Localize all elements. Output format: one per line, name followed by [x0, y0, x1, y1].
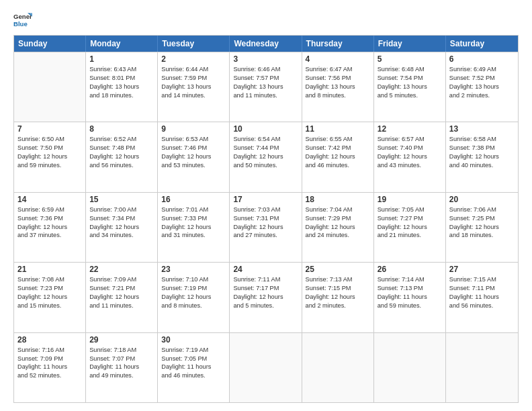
cell-line: Sunrise: 7:05 AM [378, 205, 442, 214]
day-number: 10 [233, 124, 298, 134]
calendar-cell: 19Sunrise: 7:05 AMSunset: 7:27 PMDayligh… [374, 193, 446, 262]
cell-line: Sunrise: 7:06 AM [449, 205, 515, 214]
cell-line: Daylight: 13 hours [161, 83, 226, 91]
cell-line: and 56 minutes. [89, 161, 154, 170]
day-number: 11 [306, 124, 370, 134]
cell-line: Sunset: 7:07 PM [89, 355, 154, 363]
cell-line: Sunset: 7:27 PM [378, 214, 442, 223]
calendar-cell: 24Sunrise: 7:11 AMSunset: 7:17 PMDayligh… [230, 263, 302, 332]
header: General Blue [13, 11, 519, 30]
header-cell-sunday: Sunday [14, 36, 86, 52]
day-number: 23 [161, 265, 226, 274]
cell-line: Sunset: 7:54 PM [378, 74, 442, 83]
calendar-cell: 22Sunrise: 7:09 AMSunset: 7:21 PMDayligh… [86, 263, 158, 332]
cell-line: and 43 minutes. [378, 161, 442, 170]
cell-line: Sunrise: 6:43 AM [89, 65, 154, 74]
day-number: 28 [17, 335, 82, 345]
day-number: 4 [306, 54, 370, 64]
cell-line: Daylight: 13 hours [233, 83, 298, 91]
cell-line: Sunset: 7:42 PM [306, 144, 370, 152]
day-number: 19 [378, 195, 442, 204]
day-number: 12 [378, 124, 442, 134]
cell-line: Sunrise: 6:59 AM [17, 205, 82, 214]
calendar-cell [14, 52, 86, 122]
cell-line: Daylight: 12 hours [89, 223, 154, 232]
calendar-row-4: 28Sunrise: 7:16 AMSunset: 7:09 PMDayligh… [14, 332, 518, 402]
cell-line: and 2 minutes. [449, 91, 515, 100]
cell-line: and 34 minutes. [89, 231, 154, 240]
calendar-cell: 8Sunrise: 6:52 AMSunset: 7:48 PMDaylight… [86, 122, 158, 191]
cell-line: and 5 minutes. [233, 302, 298, 310]
cell-line: Sunrise: 6:48 AM [378, 65, 442, 74]
day-number: 21 [17, 265, 82, 274]
cell-line: and 59 minutes. [17, 161, 82, 170]
calendar-cell: 7Sunrise: 6:50 AMSunset: 7:50 PMDaylight… [14, 122, 86, 191]
cell-line: Sunrise: 7:14 AM [378, 275, 442, 284]
calendar-cell: 30Sunrise: 7:19 AMSunset: 7:05 PMDayligh… [158, 333, 230, 402]
day-number: 8 [89, 124, 154, 134]
cell-line: Sunset: 7:15 PM [306, 284, 370, 293]
cell-line: Sunset: 7:31 PM [233, 214, 298, 223]
cell-line: and 15 minutes. [17, 302, 82, 310]
cell-line: Sunset: 7:34 PM [89, 214, 154, 223]
cell-line: and 5 minutes. [378, 91, 442, 100]
day-number: 5 [378, 54, 442, 64]
cell-line: Sunrise: 6:50 AM [17, 135, 82, 144]
cell-line: Sunrise: 7:18 AM [89, 346, 154, 355]
cell-line: Sunrise: 7:16 AM [17, 346, 82, 355]
calendar-cell: 6Sunrise: 6:49 AMSunset: 7:52 PMDaylight… [446, 52, 518, 122]
cell-line: Sunrise: 6:54 AM [233, 135, 298, 144]
cell-line: and 24 minutes. [306, 231, 370, 240]
day-number: 16 [161, 195, 226, 204]
cell-line: Daylight: 12 hours [378, 223, 442, 232]
cell-line: Sunrise: 6:53 AM [161, 135, 226, 144]
cell-line: Sunset: 7:56 PM [306, 74, 370, 83]
day-number: 25 [306, 265, 370, 274]
cell-line: Daylight: 11 hours [161, 363, 226, 371]
calendar-cell: 4Sunrise: 6:47 AMSunset: 7:56 PMDaylight… [302, 52, 374, 122]
cell-line: Daylight: 12 hours [306, 223, 370, 232]
svg-text:Blue: Blue [13, 20, 28, 28]
day-number: 29 [89, 335, 154, 345]
logo: General Blue [13, 11, 32, 30]
cell-line: and 21 minutes. [378, 231, 442, 240]
calendar-row-0: 1Sunrise: 6:43 AMSunset: 8:01 PMDaylight… [14, 52, 518, 122]
cell-line: Daylight: 12 hours [161, 223, 226, 232]
day-number: 22 [89, 265, 154, 274]
cell-line: Sunset: 7:17 PM [233, 284, 298, 293]
calendar-header: SundayMondayTuesdayWednesdayThursdayFrid… [14, 36, 518, 52]
cell-line: Sunrise: 7:19 AM [161, 346, 226, 355]
cell-line: and 56 minutes. [449, 302, 515, 310]
day-number: 2 [161, 54, 226, 64]
cell-line: and 18 minutes. [449, 231, 515, 240]
day-number: 14 [17, 195, 82, 204]
day-number: 30 [161, 335, 226, 345]
cell-line: Daylight: 11 hours [449, 293, 515, 302]
cell-line: and 14 minutes. [161, 91, 226, 100]
cell-line: Sunset: 7:50 PM [17, 144, 82, 152]
cell-line: and 8 minutes. [306, 91, 370, 100]
cell-line: Sunrise: 6:44 AM [161, 65, 226, 74]
cell-line: Sunset: 7:44 PM [233, 144, 298, 152]
day-number: 13 [449, 124, 515, 134]
cell-line: Daylight: 12 hours [449, 152, 515, 161]
cell-line: Sunrise: 6:57 AM [378, 135, 442, 144]
cell-line: Sunrise: 7:15 AM [449, 275, 515, 284]
calendar-cell: 16Sunrise: 7:01 AMSunset: 7:33 PMDayligh… [158, 193, 230, 262]
calendar-cell: 2Sunrise: 6:44 AMSunset: 7:59 PMDaylight… [158, 52, 230, 122]
calendar: SundayMondayTuesdayWednesdayThursdayFrid… [13, 35, 519, 403]
calendar-cell: 26Sunrise: 7:14 AMSunset: 7:13 PMDayligh… [374, 263, 446, 332]
cell-line: Daylight: 12 hours [233, 293, 298, 302]
cell-line: Daylight: 12 hours [17, 152, 82, 161]
cell-line: and 18 minutes. [89, 91, 154, 100]
cell-line: Sunrise: 6:46 AM [233, 65, 298, 74]
cell-line: Sunrise: 6:58 AM [449, 135, 515, 144]
logo-icon: General Blue [13, 11, 32, 30]
calendar-cell: 23Sunrise: 7:10 AMSunset: 7:19 PMDayligh… [158, 263, 230, 332]
cell-line: Sunset: 7:36 PM [17, 214, 82, 223]
cell-line: Sunset: 7:33 PM [161, 214, 226, 223]
calendar-cell: 17Sunrise: 7:03 AMSunset: 7:31 PMDayligh… [230, 193, 302, 262]
calendar-row-2: 14Sunrise: 6:59 AMSunset: 7:36 PMDayligh… [14, 192, 518, 262]
cell-line: Sunset: 8:01 PM [89, 74, 154, 83]
cell-line: Sunrise: 7:08 AM [17, 275, 82, 284]
